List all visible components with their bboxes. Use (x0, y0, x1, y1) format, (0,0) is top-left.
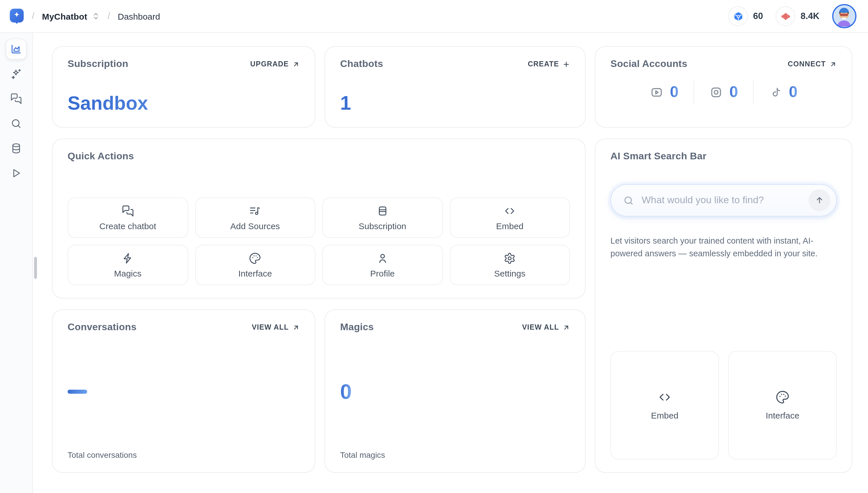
search-submit-button[interactable] (808, 189, 830, 211)
scrollbar-thumb[interactable] (34, 257, 37, 279)
subscription-card: Subscription UPGRADE Sandbox (52, 46, 315, 128)
credits-value: 60 (753, 11, 763, 21)
subscription-card-title: Subscription (68, 58, 128, 70)
analytics-chart-icon (10, 43, 22, 55)
quick-action-label: Magics (114, 268, 142, 278)
ai-search-title: AI Smart Search Bar (610, 151, 706, 162)
ai-search-input[interactable] (642, 195, 801, 206)
view-all-label: VIEW ALL (252, 323, 289, 331)
arrow-up-right-icon (292, 60, 300, 68)
sidebar-item-analytics[interactable] (6, 39, 26, 60)
app-shell: Subscription UPGRADE Sandbox Chatbots (0, 33, 868, 493)
magics-card: Magics VIEW ALL 0 Total magics (324, 309, 586, 473)
conversations-title: Conversations (68, 322, 136, 333)
palette-icon (776, 390, 789, 404)
dashboard-grid: Subscription UPGRADE Sandbox Chatbots (52, 46, 853, 473)
quick-action-settings[interactable]: Settings (450, 245, 570, 285)
tiktok-stat[interactable]: 0 (769, 83, 798, 101)
top-bar: / MyChatbot / Dashboard 60 (0, 0, 868, 33)
zap-icon (122, 252, 134, 264)
search-icon (623, 195, 634, 206)
quick-action-magics[interactable]: Magics (68, 245, 188, 285)
upgrade-link[interactable]: UPGRADE (250, 60, 300, 68)
breadcrumb: / MyChatbot / Dashboard (9, 8, 160, 24)
ai-smart-search-card: AI Smart Search Bar Let visito (595, 138, 852, 473)
quick-action-embed[interactable]: Embed (450, 197, 570, 238)
create-link-label: CREATE (528, 60, 559, 68)
search-icon (10, 118, 22, 129)
list-music-icon (249, 205, 261, 217)
breadcrumb-page[interactable]: Dashboard (118, 11, 160, 21)
user-avatar[interactable] (832, 4, 856, 28)
sidebar-item-sources[interactable] (6, 138, 26, 159)
main-content: Subscription UPGRADE Sandbox Chatbots (33, 33, 868, 493)
arrow-up-icon (815, 196, 824, 205)
plus-icon (563, 60, 570, 68)
quick-actions-title: Quick Actions (68, 151, 134, 162)
palette-icon (249, 252, 261, 264)
quick-action-add-sources[interactable]: Add Sources (195, 197, 315, 238)
ai-tile-label: Embed (651, 410, 678, 420)
playground-icon (10, 167, 22, 179)
quick-action-create-chatbot[interactable]: Create chatbot (68, 197, 188, 238)
social-card-title: Social Accounts (610, 58, 687, 70)
quick-action-label: Add Sources (230, 221, 280, 231)
ai-tile-embed[interactable]: Embed (610, 351, 719, 459)
conversations-icon (10, 93, 22, 105)
quick-actions-card: Quick Actions Create chatbot (52, 138, 586, 298)
instagram-stat[interactable]: 0 (709, 83, 738, 101)
quick-action-profile[interactable]: Profile (322, 245, 443, 285)
sidebar-item-magics[interactable] (6, 64, 26, 84)
chatbots-card: Chatbots CREATE 1 (324, 46, 586, 128)
social-accounts-card: Social Accounts CONNECT (595, 46, 852, 128)
waveform-icon (776, 6, 796, 26)
view-all-conversations-link[interactable]: VIEW ALL (252, 323, 300, 331)
breadcrumb-project[interactable]: MyChatbot (42, 11, 87, 21)
credit-card-icon (377, 205, 389, 217)
code-icon (658, 390, 672, 404)
quick-action-interface[interactable]: Interface (195, 245, 315, 285)
social-stats-row: 0 0 (610, 70, 837, 114)
usage-value: 8.4K (801, 11, 820, 21)
arrow-up-right-icon (829, 60, 837, 68)
user-icon (377, 252, 389, 264)
sources-database-icon (10, 143, 22, 154)
tiktok-count: 0 (789, 83, 798, 101)
ai-tile-label: Interface (766, 410, 800, 420)
quick-action-label: Subscription (359, 221, 406, 231)
ai-search-description: Let visitors search your trained content… (610, 235, 837, 260)
quick-action-subscription[interactable]: Subscription (322, 197, 443, 238)
connect-link[interactable]: CONNECT (788, 60, 837, 68)
magics-count-value: 0 (340, 380, 352, 404)
magics-value-area: 0 (340, 333, 570, 450)
app-logo-icon[interactable] (9, 8, 24, 24)
quick-action-label: Interface (238, 268, 272, 278)
upgrade-link-label: UPGRADE (250, 60, 289, 68)
messages-icon (122, 205, 134, 217)
gear-icon (504, 252, 516, 264)
divider (694, 80, 694, 104)
view-all-magics-link[interactable]: VIEW ALL (522, 323, 570, 331)
divider (753, 80, 754, 104)
breadcrumb-separator: / (107, 10, 110, 22)
create-link[interactable]: CREATE (528, 60, 570, 68)
cube-icon (728, 6, 748, 26)
ai-search-bar[interactable] (610, 184, 837, 216)
credits-stat[interactable]: 60 (728, 6, 763, 26)
arrow-up-right-icon (292, 324, 300, 331)
sparkles-icon (10, 68, 22, 80)
ai-tile-interface[interactable]: Interface (728, 351, 837, 459)
youtube-stat[interactable]: 0 (650, 83, 679, 101)
empty-value-dash (68, 390, 87, 394)
quick-action-label: Profile (370, 268, 395, 278)
sidebar-item-conversations[interactable] (6, 88, 26, 109)
instagram-count: 0 (729, 83, 738, 101)
subscription-plan-value: Sandbox (68, 92, 300, 114)
quick-action-label: Embed (496, 221, 524, 231)
app-window: / MyChatbot / Dashboard 60 (0, 0, 868, 493)
breadcrumb-separator: / (32, 10, 34, 22)
usage-stat[interactable]: 8.4K (776, 6, 820, 26)
sidebar-item-search[interactable] (6, 113, 26, 134)
chevrons-up-down-icon[interactable] (92, 12, 100, 20)
sidebar-item-playground[interactable] (6, 163, 26, 184)
